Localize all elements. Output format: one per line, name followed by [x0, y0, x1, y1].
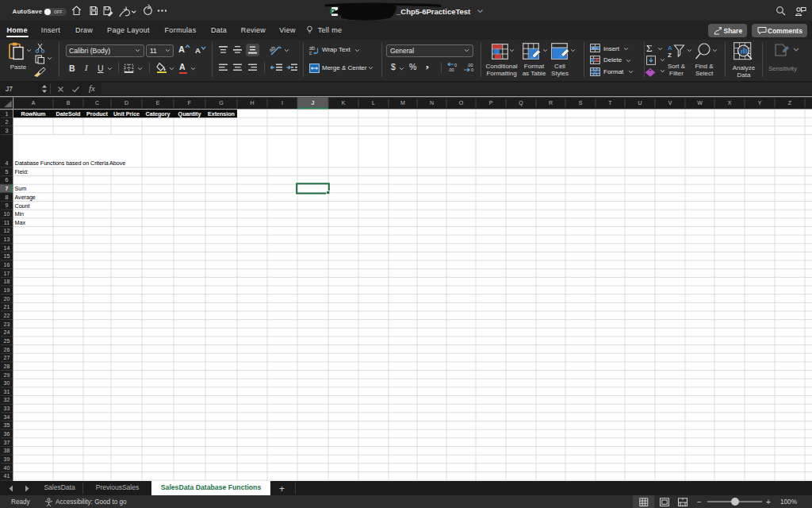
svg-text:N: N: [430, 100, 434, 106]
svg-text:C: C: [95, 100, 99, 106]
svg-text:31: 31: [4, 389, 10, 394]
svg-text:38: 38: [4, 448, 10, 453]
svg-text:17: 17: [4, 271, 10, 276]
svg-text:6: 6: [6, 177, 9, 183]
svg-text:S: S: [579, 100, 583, 106]
svg-text:5: 5: [6, 169, 9, 175]
svg-text:D: D: [124, 100, 128, 106]
svg-text:24: 24: [4, 329, 10, 335]
svg-text:3: 3: [6, 128, 9, 133]
svg-text:M: M: [400, 100, 405, 106]
svg-text:Max: Max: [15, 219, 26, 226]
svg-text:19: 19: [4, 287, 10, 293]
svg-text:35: 35: [4, 422, 10, 428]
svg-text:33: 33: [4, 406, 10, 411]
svg-text:32: 32: [4, 397, 10, 402]
svg-text:K: K: [342, 100, 346, 106]
svg-text:8: 8: [6, 194, 9, 200]
svg-text:R: R: [549, 100, 553, 106]
svg-text:Y: Y: [758, 100, 762, 106]
svg-text:Quantity: Quantity: [178, 110, 201, 117]
svg-text:34: 34: [4, 414, 10, 420]
svg-text:X: X: [728, 100, 732, 106]
svg-text:Unit Price: Unit Price: [113, 110, 140, 117]
svg-text:16: 16: [4, 262, 10, 267]
svg-text:26: 26: [4, 347, 10, 352]
svg-text:1: 1: [6, 111, 9, 117]
svg-text:V: V: [668, 100, 672, 106]
svg-text:41: 41: [4, 473, 10, 479]
svg-text:27: 27: [4, 355, 10, 360]
svg-text:30: 30: [4, 380, 10, 386]
svg-text:L: L: [372, 100, 375, 106]
svg-text:J: J: [312, 100, 315, 106]
svg-text:14: 14: [4, 245, 10, 251]
svg-text:W: W: [697, 100, 703, 106]
svg-text:Database Functions based on Cr: Database Functions based on Criteria Abo…: [15, 160, 125, 167]
svg-text:Average: Average: [15, 194, 36, 201]
svg-text:36: 36: [4, 431, 10, 437]
svg-text:22: 22: [4, 313, 10, 318]
svg-text:Product: Product: [86, 110, 108, 117]
svg-text:DateSold: DateSold: [56, 110, 81, 117]
svg-text:11: 11: [4, 220, 10, 225]
svg-text:37: 37: [4, 440, 10, 445]
svg-text:25: 25: [4, 338, 10, 344]
svg-text:Field:: Field:: [15, 168, 29, 175]
svg-text:2: 2: [6, 119, 9, 125]
svg-text:O: O: [459, 100, 464, 106]
svg-text:15: 15: [4, 253, 10, 259]
svg-text:12: 12: [4, 228, 10, 233]
svg-text:E: E: [156, 100, 160, 106]
svg-text:28: 28: [4, 364, 10, 369]
svg-text:B: B: [67, 100, 71, 106]
svg-text:13: 13: [4, 237, 10, 242]
svg-text:G: G: [219, 100, 223, 106]
svg-text:23: 23: [4, 321, 10, 327]
svg-text:Extension: Extension: [208, 110, 235, 117]
svg-text:Min: Min: [15, 210, 24, 217]
svg-text:H: H: [250, 100, 254, 106]
svg-text:T: T: [608, 100, 612, 106]
svg-text:21: 21: [4, 304, 10, 310]
svg-text:Count: Count: [15, 202, 30, 210]
svg-text:RowNum: RowNum: [21, 110, 46, 117]
svg-text:9: 9: [6, 202, 9, 208]
svg-text:P: P: [489, 100, 493, 106]
svg-text:29: 29: [4, 372, 10, 378]
svg-text:Q: Q: [519, 100, 523, 106]
svg-text:Category: Category: [146, 110, 170, 117]
svg-text:I: I: [282, 100, 283, 106]
svg-text:4: 4: [6, 160, 9, 166]
svg-text:U: U: [638, 100, 642, 106]
svg-text:10: 10: [4, 211, 10, 217]
svg-text:Z: Z: [788, 100, 792, 106]
svg-text:F: F: [188, 100, 191, 106]
svg-text:40: 40: [4, 465, 10, 471]
svg-text:Sum: Sum: [15, 185, 27, 192]
svg-text:18: 18: [4, 279, 10, 284]
svg-text:20: 20: [4, 296, 10, 302]
svg-text:A: A: [32, 100, 36, 106]
svg-text:39: 39: [4, 456, 10, 462]
svg-text:7: 7: [6, 186, 9, 191]
